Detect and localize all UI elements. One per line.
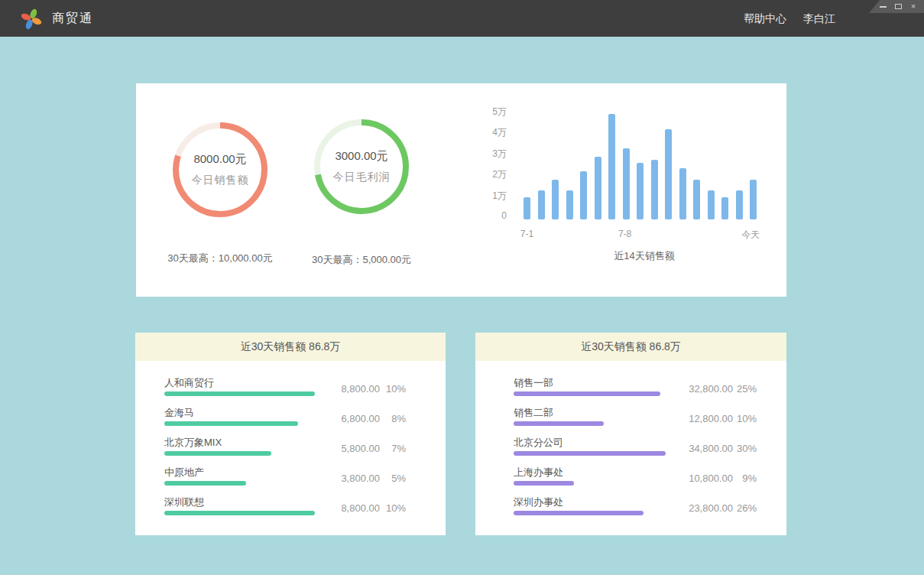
item-values: 5,800.007% [311, 441, 406, 456]
item-percent: 9% [733, 471, 757, 486]
today-profit-value: 3000.00元 [335, 149, 387, 164]
item-percent: 8% [380, 411, 406, 427]
item-percent: 5% [380, 471, 406, 486]
bar [736, 190, 743, 219]
today-profit-30day-max: 30天最高：5,000.00元 [274, 253, 449, 267]
bar [524, 197, 530, 219]
item-bar [164, 391, 315, 396]
bar [750, 180, 757, 219]
item-percent: 10% [380, 501, 406, 516]
y-tick-label: 0 [481, 210, 507, 221]
bar [637, 163, 644, 219]
customer-list: 人和商贸行8,800.0010%金海马6,800.008%北京万象MIX5,80… [135, 361, 446, 515]
x-tick-label: 7-1 [520, 229, 533, 239]
item-amount: 5,800.00 [311, 441, 380, 456]
item-amount: 32,800.00 [660, 382, 733, 397]
bar [665, 129, 672, 219]
item-percent: 7% [380, 441, 406, 456]
x-tick-label: 今天 [741, 229, 760, 242]
bar [651, 160, 658, 219]
maximize-button[interactable] [893, 2, 903, 11]
list-item: 中原地产3,800.005% [164, 466, 406, 486]
bar [721, 197, 728, 219]
item-bar [164, 481, 246, 486]
list-item: 深圳联想8,800.0010% [164, 496, 406, 515]
item-bar [164, 421, 298, 426]
bar-chart-bars [524, 112, 757, 219]
item-amount: 23,800.00 [660, 501, 733, 516]
item-values: 3,800.005% [311, 471, 406, 486]
donut-center-text: 8000.00元 今日销售额 [173, 122, 267, 217]
close-icon: × [911, 2, 916, 11]
today-profit-label: 今日毛利润 [333, 171, 391, 184]
item-values: 12,800.0010% [660, 411, 757, 427]
department-panel-title: 近30天销售额 86.8万 [475, 333, 786, 361]
bar [608, 114, 615, 219]
minimize-button[interactable] [878, 2, 887, 11]
customer-panel-title: 近30天销售额 86.8万 [135, 333, 446, 361]
item-values: 32,800.0025% [660, 382, 757, 397]
y-tick-label: 1万 [481, 190, 507, 203]
item-values: 34,800.0030% [660, 441, 757, 456]
item-percent: 30% [733, 441, 757, 456]
item-percent: 26% [733, 501, 757, 516]
app-title: 商贸通 [52, 11, 93, 27]
item-percent: 10% [380, 382, 406, 397]
list-item: 销售二部12,800.0010% [514, 407, 757, 426]
topbar: 商贸通 帮助中心 李白江 × [0, 0, 924, 37]
bar [538, 190, 545, 219]
list-item: 金海马6,800.008% [164, 407, 406, 426]
item-percent: 25% [733, 382, 757, 397]
help-center-link[interactable]: 帮助中心 [744, 12, 786, 26]
y-tick-label: 3万 [481, 148, 507, 161]
department-sales-panel: 近30天销售额 86.8万 销售一部32,800.0025%销售二部12,800… [475, 333, 786, 535]
item-values: 10,800.009% [660, 471, 757, 486]
list-item: 深圳办事处23,800.0026% [514, 496, 757, 515]
chart-caption: 近14天销售额 [524, 249, 765, 263]
minimize-icon [880, 6, 887, 8]
today-sales-label: 今日销售额 [192, 174, 249, 187]
user-menu[interactable]: 李白江 [803, 12, 835, 26]
item-bar [514, 421, 604, 426]
bar [693, 180, 700, 219]
bar [552, 180, 559, 219]
today-profit-donut: 3000.00元 今日毛利润 30天最高：5,000.00元 [314, 119, 409, 214]
item-bar [514, 391, 660, 396]
list-item: 北京万象MIX5,800.007% [164, 437, 406, 456]
y-tick-label: 5万 [481, 106, 507, 119]
item-values: 8,800.0010% [311, 382, 406, 397]
customer-sales-panel: 近30天销售额 86.8万 人和商贸行8,800.0010%金海马6,800.0… [135, 333, 446, 535]
department-list: 销售一部32,800.0025%销售二部12,800.0010%北京分公司34,… [475, 361, 786, 515]
item-amount: 8,800.00 [311, 382, 380, 397]
bar [708, 190, 715, 219]
app-logo-icon [20, 7, 43, 30]
donut-center-text: 3000.00元 今日毛利润 [314, 119, 409, 214]
item-bar [514, 451, 666, 456]
item-amount: 12,800.00 [660, 411, 733, 427]
close-button[interactable]: × [909, 2, 918, 11]
x-tick-label: 7-8 [618, 229, 631, 239]
window-controls: × [869, 0, 924, 13]
item-bar [514, 481, 574, 486]
list-item: 上海办事处10,800.009% [514, 466, 757, 486]
item-amount: 3,800.00 [311, 471, 380, 486]
bar [679, 168, 686, 219]
maximize-icon [895, 4, 902, 9]
summary-card: 8000.00元 今日销售额 30天最高：10,000.00元 3000.00元… [136, 83, 786, 297]
item-amount: 34,800.00 [660, 441, 733, 456]
item-values: 23,800.0026% [660, 501, 757, 516]
y-tick-label: 2万 [481, 168, 507, 181]
item-percent: 10% [733, 411, 757, 427]
list-item: 销售一部32,800.0025% [514, 377, 757, 396]
item-bar [164, 451, 271, 456]
bar [580, 171, 587, 219]
app-window: 商贸通 帮助中心 李白江 × 8000.00元 今日销售额 30天最高：10,0… [0, 0, 924, 575]
item-bar [164, 511, 315, 515]
item-amount: 8,800.00 [311, 501, 380, 516]
item-amount: 6,800.00 [311, 411, 380, 427]
today-sales-value: 8000.00元 [193, 152, 246, 167]
today-sales-donut: 8000.00元 今日销售额 30天最高：10,000.00元 [173, 122, 267, 217]
item-values: 8,800.0010% [311, 501, 406, 516]
y-tick-label: 4万 [481, 126, 507, 139]
item-amount: 10,800.00 [660, 471, 733, 486]
